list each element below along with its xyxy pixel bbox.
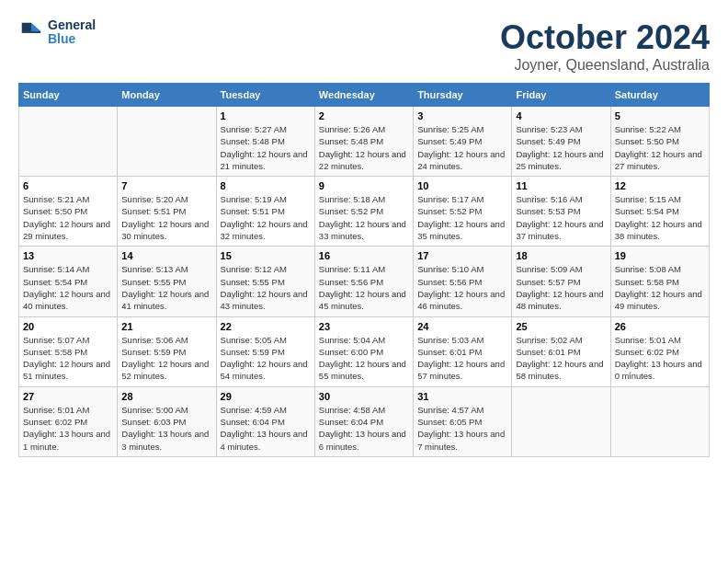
day-number: 29 — [221, 391, 311, 402]
day-number: 24 — [417, 321, 507, 332]
day-info: Sunrise: 5:22 AMSunset: 5:50 PMDaylight:… — [615, 123, 705, 172]
day-number: 13 — [23, 250, 113, 261]
day-number: 8 — [221, 180, 311, 191]
calendar-cell: 4Sunrise: 5:23 AMSunset: 5:49 PMDaylight… — [512, 107, 610, 177]
svg-rect-2 — [22, 23, 31, 31]
weekday-header: Friday — [512, 84, 610, 107]
calendar-cell: 22Sunrise: 5:05 AMSunset: 5:59 PMDayligh… — [216, 316, 314, 386]
day-number: 31 — [417, 391, 507, 402]
calendar-cell: 19Sunrise: 5:08 AMSunset: 5:58 PMDayligh… — [610, 247, 709, 316]
day-info: Sunrise: 5:21 AMSunset: 5:50 PMDaylight:… — [23, 193, 113, 242]
location-title: Joyner, Queensland, Australia — [500, 57, 710, 74]
day-info: Sunrise: 5:23 AMSunset: 5:49 PMDaylight:… — [516, 123, 606, 172]
calendar-cell: 24Sunrise: 5:03 AMSunset: 6:01 PMDayligh… — [414, 316, 512, 386]
calendar-cell: 10Sunrise: 5:17 AMSunset: 5:52 PMDayligh… — [414, 177, 512, 247]
day-info: Sunrise: 5:01 AMSunset: 6:02 PMDaylight:… — [615, 334, 705, 383]
day-number: 26 — [615, 321, 705, 332]
day-info: Sunrise: 5:07 AMSunset: 5:58 PMDaylight:… — [23, 334, 113, 383]
logo-text: General Blue — [48, 18, 96, 47]
day-number: 1 — [221, 110, 311, 121]
day-number: 27 — [23, 391, 113, 402]
day-number: 22 — [221, 321, 311, 332]
calendar-body: 1Sunrise: 5:27 AMSunset: 5:48 PMDaylight… — [19, 107, 710, 457]
day-number: 21 — [121, 321, 211, 332]
day-info: Sunrise: 5:13 AMSunset: 5:55 PMDaylight:… — [121, 263, 211, 312]
calendar-cell: 28Sunrise: 5:00 AMSunset: 6:03 PMDayligh… — [118, 386, 216, 456]
calendar-cell: 27Sunrise: 5:01 AMSunset: 6:02 PMDayligh… — [19, 386, 118, 456]
day-info: Sunrise: 5:06 AMSunset: 5:59 PMDaylight:… — [121, 334, 211, 383]
logo: General Blue — [18, 18, 96, 47]
day-number: 4 — [516, 110, 606, 121]
calendar-week-row: 20Sunrise: 5:07 AMSunset: 5:58 PMDayligh… — [19, 316, 710, 386]
weekday-header: Saturday — [610, 84, 709, 107]
calendar-cell: 5Sunrise: 5:22 AMSunset: 5:50 PMDaylight… — [610, 107, 709, 177]
day-number: 19 — [615, 250, 705, 261]
day-info: Sunrise: 5:04 AMSunset: 6:00 PMDaylight:… — [319, 334, 409, 383]
calendar-cell: 18Sunrise: 5:09 AMSunset: 5:57 PMDayligh… — [512, 247, 610, 316]
day-number: 28 — [121, 391, 211, 402]
calendar-cell: 11Sunrise: 5:16 AMSunset: 5:53 PMDayligh… — [512, 177, 610, 247]
day-info: Sunrise: 5:11 AMSunset: 5:56 PMDaylight:… — [319, 263, 409, 312]
day-number: 16 — [319, 250, 409, 261]
day-number: 10 — [417, 180, 507, 191]
calendar-week-row: 13Sunrise: 5:14 AMSunset: 5:54 PMDayligh… — [19, 247, 710, 316]
weekday-header: Monday — [118, 84, 216, 107]
day-info: Sunrise: 5:16 AMSunset: 5:53 PMDaylight:… — [516, 193, 606, 242]
day-number: 20 — [23, 321, 113, 332]
day-info: Sunrise: 5:15 AMSunset: 5:54 PMDaylight:… — [615, 193, 705, 242]
day-info: Sunrise: 5:12 AMSunset: 5:55 PMDaylight:… — [221, 263, 311, 312]
calendar-cell — [19, 107, 118, 177]
day-info: Sunrise: 5:14 AMSunset: 5:54 PMDaylight:… — [23, 263, 113, 312]
day-info: Sunrise: 5:03 AMSunset: 6:01 PMDaylight:… — [417, 334, 507, 383]
calendar-cell: 1Sunrise: 5:27 AMSunset: 5:48 PMDaylight… — [216, 107, 314, 177]
svg-rect-1 — [22, 31, 41, 33]
day-info: Sunrise: 5:09 AMSunset: 5:57 PMDaylight:… — [516, 263, 606, 312]
day-info: Sunrise: 5:27 AMSunset: 5:48 PMDaylight:… — [221, 123, 311, 172]
weekday-header: Thursday — [414, 84, 512, 107]
weekday-header: Sunday — [19, 84, 118, 107]
calendar-cell: 7Sunrise: 5:20 AMSunset: 5:51 PMDaylight… — [118, 177, 216, 247]
calendar-cell — [610, 386, 709, 456]
weekday-header: Tuesday — [216, 84, 314, 107]
day-number: 23 — [319, 321, 409, 332]
calendar-cell: 17Sunrise: 5:10 AMSunset: 5:56 PMDayligh… — [414, 247, 512, 316]
day-number: 14 — [121, 250, 211, 261]
day-number: 12 — [615, 180, 705, 191]
calendar-cell: 21Sunrise: 5:06 AMSunset: 5:59 PMDayligh… — [118, 316, 216, 386]
calendar-cell: 8Sunrise: 5:19 AMSunset: 5:51 PMDaylight… — [216, 177, 314, 247]
calendar-week-row: 1Sunrise: 5:27 AMSunset: 5:48 PMDaylight… — [19, 107, 710, 177]
day-number: 7 — [121, 180, 211, 191]
calendar-cell: 23Sunrise: 5:04 AMSunset: 6:00 PMDayligh… — [314, 316, 413, 386]
title-area: October 2024 Joyner, Queensland, Austral… — [500, 18, 710, 74]
day-number: 30 — [319, 391, 409, 402]
day-number: 11 — [516, 180, 606, 191]
calendar-cell: 16Sunrise: 5:11 AMSunset: 5:56 PMDayligh… — [314, 247, 413, 316]
calendar-cell — [512, 386, 610, 456]
day-info: Sunrise: 4:57 AMSunset: 6:05 PMDaylight:… — [417, 404, 507, 453]
day-info: Sunrise: 5:08 AMSunset: 5:58 PMDaylight:… — [615, 263, 705, 312]
logo-icon — [18, 19, 44, 45]
day-number: 17 — [417, 250, 507, 261]
day-number: 9 — [319, 180, 409, 191]
day-number: 15 — [221, 250, 311, 261]
day-info: Sunrise: 5:25 AMSunset: 5:49 PMDaylight:… — [417, 123, 507, 172]
calendar-cell — [118, 107, 216, 177]
calendar-week-row: 6Sunrise: 5:21 AMSunset: 5:50 PMDaylight… — [19, 177, 710, 247]
day-info: Sunrise: 5:05 AMSunset: 5:59 PMDaylight:… — [221, 334, 311, 383]
calendar-cell: 31Sunrise: 4:57 AMSunset: 6:05 PMDayligh… — [414, 386, 512, 456]
calendar-cell: 2Sunrise: 5:26 AMSunset: 5:48 PMDaylight… — [314, 107, 413, 177]
calendar-cell: 29Sunrise: 4:59 AMSunset: 6:04 PMDayligh… — [216, 386, 314, 456]
page-header: General Blue October 2024 Joyner, Queens… — [18, 18, 710, 74]
svg-marker-0 — [31, 23, 40, 31]
day-number: 18 — [516, 250, 606, 261]
day-info: Sunrise: 5:20 AMSunset: 5:51 PMDaylight:… — [121, 193, 211, 242]
day-info: Sunrise: 5:26 AMSunset: 5:48 PMDaylight:… — [319, 123, 409, 172]
day-info: Sunrise: 5:19 AMSunset: 5:51 PMDaylight:… — [221, 193, 311, 242]
calendar-cell: 15Sunrise: 5:12 AMSunset: 5:55 PMDayligh… — [216, 247, 314, 316]
calendar-week-row: 27Sunrise: 5:01 AMSunset: 6:02 PMDayligh… — [19, 386, 710, 456]
day-info: Sunrise: 5:10 AMSunset: 5:56 PMDaylight:… — [417, 263, 507, 312]
calendar-cell: 13Sunrise: 5:14 AMSunset: 5:54 PMDayligh… — [19, 247, 118, 316]
calendar-cell: 30Sunrise: 4:58 AMSunset: 6:04 PMDayligh… — [314, 386, 413, 456]
calendar-cell: 12Sunrise: 5:15 AMSunset: 5:54 PMDayligh… — [610, 177, 709, 247]
day-info: Sunrise: 4:59 AMSunset: 6:04 PMDaylight:… — [221, 404, 311, 453]
